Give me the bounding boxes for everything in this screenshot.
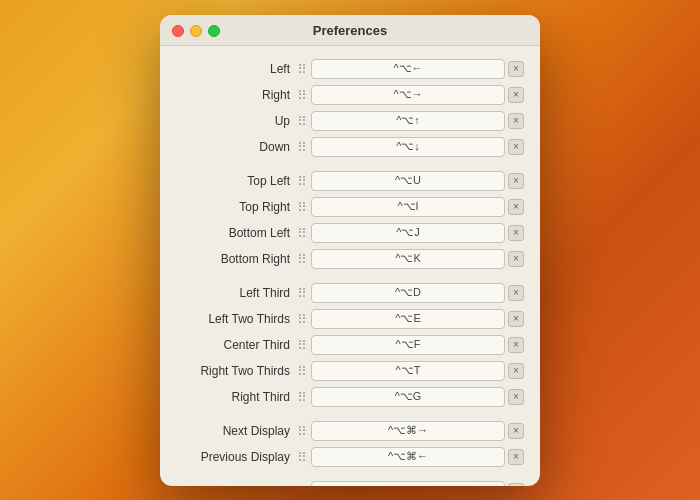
grip-right-third [296,392,308,402]
shortcut-maximize[interactable]: ^⌥↩ [311,481,505,486]
shortcut-right-two-thirds[interactable]: ^⌥T [311,361,505,381]
minimize-button[interactable] [190,25,202,37]
clear-bottom-left[interactable]: × [508,225,524,241]
grip-top-left [296,176,308,186]
grip-next-display [296,426,308,436]
grip-top-right [296,202,308,212]
shortcut-bottom-left[interactable]: ^⌥J [311,223,505,243]
grip-right [296,90,308,100]
row-maximize: Maximize ^⌥↩ × [176,480,524,486]
clear-next-display[interactable]: × [508,423,524,439]
shortcut-up[interactable]: ^⌥↑ [311,111,505,131]
clear-left-two-thirds[interactable]: × [508,311,524,327]
grip-up [296,116,308,126]
label-previous-display: Previous Display [176,450,296,464]
clear-left-third[interactable]: × [508,285,524,301]
row-right-two-thirds: Right Two Thirds ^⌥T × [176,360,524,382]
clear-center-third[interactable]: × [508,337,524,353]
label-right: Right [176,88,296,102]
titlebar: Preferences [160,15,540,46]
grip-previous-display [296,452,308,462]
section-corners: Top Left ^⌥U × Top Right ^⌥I × Bottom Le… [176,170,524,270]
shortcut-previous-display[interactable]: ^⌥⌘← [311,447,505,467]
shortcut-top-right[interactable]: ^⌥I [311,197,505,217]
label-center-third: Center Third [176,338,296,352]
clear-down[interactable]: × [508,139,524,155]
shortcut-top-left[interactable]: ^⌥U [311,171,505,191]
label-next-display: Next Display [176,424,296,438]
label-right-third: Right Third [176,390,296,404]
grip-right-two-thirds [296,366,308,376]
section-thirds: Left Third ^⌥D × Left Two Thirds ^⌥E × C… [176,282,524,408]
row-previous-display: Previous Display ^⌥⌘← × [176,446,524,468]
shortcut-bottom-right[interactable]: ^⌥K [311,249,505,269]
shortcut-left-third[interactable]: ^⌥D [311,283,505,303]
clear-maximize[interactable]: × [508,483,524,486]
clear-left[interactable]: × [508,61,524,77]
row-top-left: Top Left ^⌥U × [176,170,524,192]
label-top-right: Top Right [176,200,296,214]
label-bottom-right: Bottom Right [176,252,296,266]
label-left-third: Left Third [176,286,296,300]
row-right-third: Right Third ^⌥G × [176,386,524,408]
grip-left-third [296,288,308,298]
shortcut-left[interactable]: ^⌥← [311,59,505,79]
grip-bottom-right [296,254,308,264]
clear-top-right[interactable]: × [508,199,524,215]
row-up: Up ^⌥↑ × [176,110,524,132]
shortcut-right-third[interactable]: ^⌥G [311,387,505,407]
row-next-display: Next Display ^⌥⌘→ × [176,420,524,442]
grip-center-third [296,340,308,350]
section-window-actions: Maximize ^⌥↩ × Center ^⌥C × Restore ^⌥⌫ … [176,480,524,486]
label-maximize: Maximize [176,484,296,486]
clear-right-third[interactable]: × [508,389,524,405]
content-area: Left ^⌥← × Right ^⌥→ × Up ^⌥↑ × Down ^⌥↓ [160,46,540,486]
row-top-right: Top Right ^⌥I × [176,196,524,218]
traffic-lights [172,25,220,37]
grip-down [296,142,308,152]
clear-top-left[interactable]: × [508,173,524,189]
label-bottom-left: Bottom Left [176,226,296,240]
row-right: Right ^⌥→ × [176,84,524,106]
close-button[interactable] [172,25,184,37]
row-center-third: Center Third ^⌥F × [176,334,524,356]
shortcut-down[interactable]: ^⌥↓ [311,137,505,157]
label-right-two-thirds: Right Two Thirds [176,364,296,378]
row-left-two-thirds: Left Two Thirds ^⌥E × [176,308,524,330]
row-left: Left ^⌥← × [176,58,524,80]
label-up: Up [176,114,296,128]
grip-left [296,64,308,74]
label-left-two-thirds: Left Two Thirds [176,312,296,326]
section-display: Next Display ^⌥⌘→ × Previous Display ^⌥⌘… [176,420,524,468]
clear-bottom-right[interactable]: × [508,251,524,267]
shortcut-right[interactable]: ^⌥→ [311,85,505,105]
label-down: Down [176,140,296,154]
section-directional: Left ^⌥← × Right ^⌥→ × Up ^⌥↑ × Down ^⌥↓ [176,58,524,158]
row-bottom-right: Bottom Right ^⌥K × [176,248,524,270]
row-bottom-left: Bottom Left ^⌥J × [176,222,524,244]
clear-right[interactable]: × [508,87,524,103]
row-down: Down ^⌥↓ × [176,136,524,158]
label-top-left: Top Left [176,174,296,188]
row-left-third: Left Third ^⌥D × [176,282,524,304]
window-title: Preferences [313,23,387,38]
clear-right-two-thirds[interactable]: × [508,363,524,379]
shortcut-next-display[interactable]: ^⌥⌘→ [311,421,505,441]
preferences-window: Preferences Left ^⌥← × Right ^⌥→ × Up ^⌥… [160,15,540,486]
grip-bottom-left [296,228,308,238]
shortcut-left-two-thirds[interactable]: ^⌥E [311,309,505,329]
clear-up[interactable]: × [508,113,524,129]
maximize-button[interactable] [208,25,220,37]
grip-left-two-thirds [296,314,308,324]
label-left: Left [176,62,296,76]
shortcut-center-third[interactable]: ^⌥F [311,335,505,355]
clear-previous-display[interactable]: × [508,449,524,465]
